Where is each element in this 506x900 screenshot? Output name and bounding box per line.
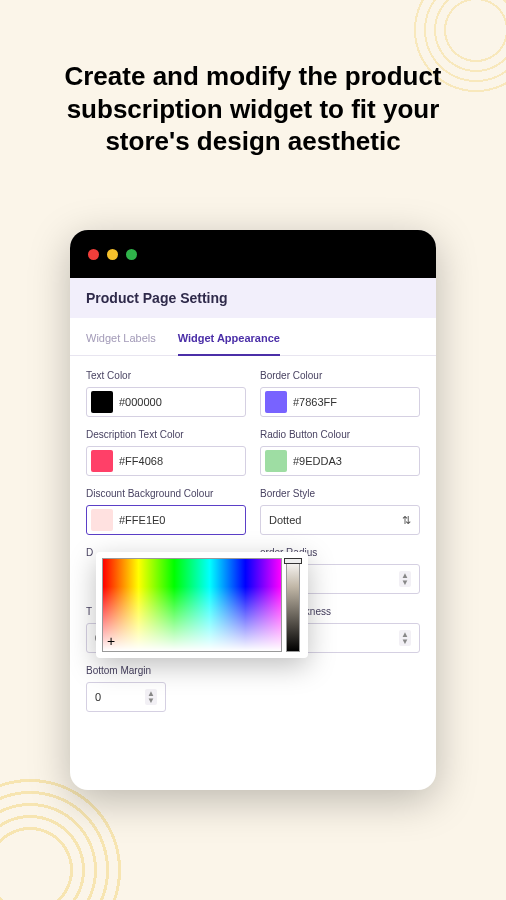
value-discount-bg-colour: #FFE1E0: [119, 514, 165, 526]
swatch-radio-button-colour: [265, 450, 287, 472]
color-picker-gradient[interactable]: +: [102, 558, 282, 652]
label-text-color: Text Color: [86, 370, 246, 381]
stepper-border-radius[interactable]: ▲▼: [399, 571, 411, 587]
stepper-bottom-margin[interactable]: ▲▼: [145, 689, 157, 705]
value-radio-button-colour: #9EDDA3: [293, 455, 342, 467]
app-window: Product Page Setting Widget Labels Widge…: [70, 230, 436, 790]
input-radio-button-colour[interactable]: #9EDDA3: [260, 446, 420, 476]
swatch-text-color: [91, 391, 113, 413]
input-description-text-color[interactable]: #FF4068: [86, 446, 246, 476]
chevron-down-icon[interactable]: ▼: [147, 697, 155, 704]
label-radio-button-colour: Radio Button Colour: [260, 429, 420, 440]
input-text-color[interactable]: #000000: [86, 387, 246, 417]
color-picker-lightness-slider[interactable]: [286, 558, 300, 652]
page-title: Product Page Setting: [70, 278, 436, 318]
label-description-text-color: Description Text Color: [86, 429, 246, 440]
label-border-style: Border Style: [260, 488, 420, 499]
label-discount-bg-colour: Discount Background Colour: [86, 488, 246, 499]
label-border-colour: Border Colour: [260, 370, 420, 381]
stepper-border-thickness[interactable]: ▲▼: [399, 630, 411, 646]
chevron-updown-icon: ⇅: [402, 514, 411, 527]
window-close-dot[interactable]: [88, 249, 99, 260]
color-picker-marker-icon[interactable]: +: [107, 635, 119, 647]
value-border-style: Dotted: [269, 514, 301, 526]
swatch-border-colour: [265, 391, 287, 413]
value-text-color: #000000: [119, 396, 162, 408]
value-border-colour: #7863FF: [293, 396, 337, 408]
window-minimize-dot[interactable]: [107, 249, 118, 260]
chevron-down-icon[interactable]: ▼: [401, 638, 409, 645]
select-border-style[interactable]: Dotted ⇅: [260, 505, 420, 535]
swatch-discount-bg-colour: [91, 509, 113, 531]
input-border-colour[interactable]: #7863FF: [260, 387, 420, 417]
color-picker-slider-handle[interactable]: [284, 558, 302, 564]
page-headline: Create and modify the product subscripti…: [0, 60, 506, 158]
value-description-text-color: #FF4068: [119, 455, 163, 467]
label-bottom-margin: Bottom Margin: [86, 665, 166, 676]
tab-widget-labels[interactable]: Widget Labels: [86, 332, 156, 355]
value-bottom-margin: 0: [95, 691, 101, 703]
input-discount-bg-colour[interactable]: #FFE1E0: [86, 505, 246, 535]
form-area: Text Color #000000 Border Colour #7863FF…: [70, 356, 436, 744]
tab-widget-appearance[interactable]: Widget Appearance: [178, 332, 280, 356]
input-bottom-margin[interactable]: 0 ▲▼: [86, 682, 166, 712]
tabs-bar: Widget Labels Widget Appearance: [70, 318, 436, 356]
window-titlebar: [70, 230, 436, 278]
swatch-description-text-color: [91, 450, 113, 472]
chevron-down-icon[interactable]: ▼: [401, 579, 409, 586]
color-picker-popup: +: [96, 552, 308, 658]
window-maximize-dot[interactable]: [126, 249, 137, 260]
